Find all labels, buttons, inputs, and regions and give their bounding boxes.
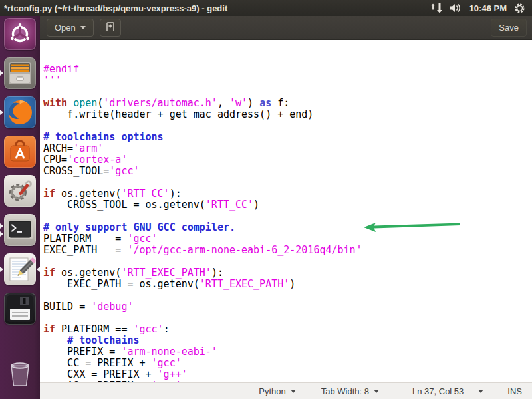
trash-icon <box>4 358 36 390</box>
floppy-icon <box>4 293 36 325</box>
dash-icon <box>4 18 36 50</box>
open-button[interactable]: Open <box>47 19 94 37</box>
firefox-icon <box>4 96 36 128</box>
goto-line-caret-icon[interactable] <box>478 390 483 393</box>
code-line: CXX = PREFIX + 'g++' <box>43 369 532 380</box>
new-document-icon <box>105 21 116 34</box>
session-gear-icon[interactable] <box>514 3 525 14</box>
save-button[interactable]: Save <box>491 19 527 37</box>
code-line: EXEC_PATH = os.getenv('RTT_EXEC_PATH') <box>43 279 532 290</box>
annotation-arrow-icon <box>364 221 460 233</box>
language-selector[interactable]: Python <box>255 386 299 397</box>
code-line: # toolchains <box>43 335 532 346</box>
clock[interactable]: 10:46 PM <box>469 3 507 13</box>
code-line: ''' <box>43 75 532 86</box>
code-line: PLATFORM = 'gcc' <box>43 233 532 245</box>
launcher-item-gedit[interactable] <box>0 253 40 285</box>
save-button-label: Save <box>499 23 519 33</box>
code-line: #endif <box>43 64 532 75</box>
tab-width-selector[interactable]: Tab Width: 8 <box>317 386 383 397</box>
code-line: CROSS_TOOL = os.getenv('RTT_CC') <box>43 200 532 211</box>
volume-icon[interactable] <box>450 3 462 13</box>
chevron-down-icon <box>291 390 296 393</box>
code-line <box>43 313 532 324</box>
code-line: if os.getenv('RTT_CC'): <box>43 188 532 200</box>
launcher-item-floppy[interactable] <box>0 293 40 325</box>
code-line: # toolchains options <box>43 132 532 143</box>
launcher-item-terminal[interactable] <box>0 214 40 246</box>
settings-icon <box>4 175 36 207</box>
running-indicator-icon <box>0 231 3 237</box>
focused-indicator-icon <box>37 267 40 272</box>
network-updown-icon[interactable] <box>430 3 442 13</box>
code-line <box>43 177 532 188</box>
code-line <box>43 256 532 267</box>
code-line <box>43 120 532 132</box>
code-line: f.write(header + get_mac_address() + end… <box>43 109 532 120</box>
launcher-item-dash[interactable] <box>0 18 40 50</box>
code-line: EXEC_PATH = '/opt/gcc-arm-none-eabi-6_2-… <box>43 245 532 256</box>
code-line: if PLATFORM == 'gcc': <box>43 324 532 335</box>
running-indicator-icon <box>0 110 3 115</box>
launcher-item-firefox[interactable] <box>0 96 40 128</box>
code-line: CC = PREFIX + 'gcc' <box>43 358 532 369</box>
window-title: *rtconfig.py (~/rt-thread/bsp/qemu-vexpr… <box>4 3 430 13</box>
gedit-icon <box>4 253 36 285</box>
insert-mode-label: INS <box>507 386 522 396</box>
tab-width-label: Tab Width: 8 <box>321 386 369 396</box>
top-panel: *rtconfig.py (~/rt-thread/bsp/qemu-vexpr… <box>0 0 532 16</box>
language-label: Python <box>259 386 285 396</box>
terminal-icon <box>4 214 36 246</box>
code-line: ARCH='arm' <box>43 143 532 154</box>
new-document-button[interactable] <box>100 19 121 37</box>
launcher-item-files[interactable] <box>0 57 40 89</box>
text-editor-area[interactable]: #endif'''with open('drivers/automac.h', … <box>40 40 532 382</box>
running-indicator-icon <box>0 70 3 76</box>
cursor-position-label: Ln 37, Col 53 <box>412 386 464 396</box>
code-line <box>43 86 532 98</box>
open-button-label: Open <box>55 23 76 33</box>
running-indicator-icon <box>0 223 3 229</box>
code-line: PREFIX = 'arm-none-eabi-' <box>43 346 532 358</box>
gedit-statusbar: Python Tab Width: 8 Ln 37, Col 53 INS <box>40 382 532 399</box>
chevron-down-icon <box>374 390 379 393</box>
chevron-down-icon <box>80 26 86 29</box>
code-line: with open('drivers/automac.h', 'w') as f… <box>43 98 532 109</box>
running-indicator-icon <box>0 267 3 272</box>
launcher-item-settings[interactable] <box>0 175 40 207</box>
code-line: CPU='cortex-a' <box>43 154 532 166</box>
gedit-headerbar: Open Save <box>40 16 532 40</box>
launcher-item-trash[interactable] <box>0 358 40 390</box>
code-line <box>43 290 532 301</box>
unity-launcher <box>0 16 40 399</box>
code-line: if os.getenv('RTT_EXEC_PATH'): <box>43 267 532 279</box>
code-line: CROSS_TOOL='gcc' <box>43 166 532 177</box>
files-icon <box>4 57 36 89</box>
code-line: BUILD = 'debug' <box>43 301 532 313</box>
launcher-item-software[interactable] <box>0 136 40 168</box>
software-icon <box>4 136 36 168</box>
